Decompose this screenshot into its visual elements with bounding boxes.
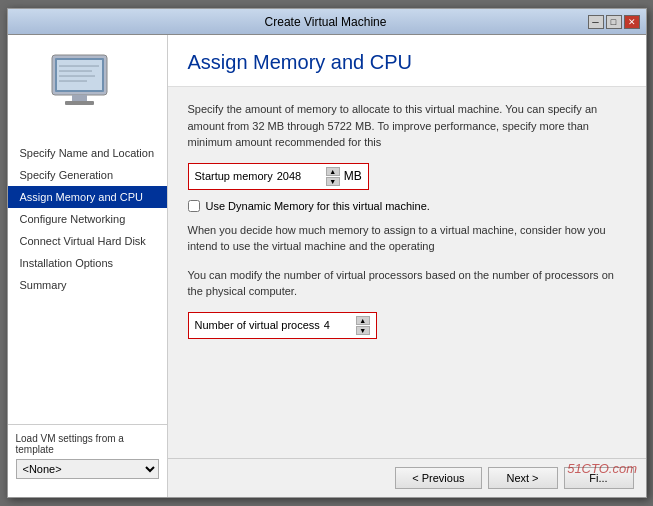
sidebar-item-summary[interactable]: Summary bbox=[8, 274, 167, 296]
window-title: Create Virtual Machine bbox=[64, 15, 588, 29]
svg-rect-3 bbox=[65, 101, 94, 105]
finish-button[interactable]: Fi... bbox=[564, 467, 634, 489]
memory-assign-description: When you decide how much memory to assig… bbox=[188, 222, 626, 255]
vproc-label: Number of virtual process bbox=[195, 319, 320, 331]
next-button[interactable]: Next > bbox=[488, 467, 558, 489]
memory-unit: MB bbox=[344, 169, 362, 183]
sidebar-item-assign-memory[interactable]: Assign Memory and CPU bbox=[8, 186, 167, 208]
dynamic-memory-label: Use Dynamic Memory for this virtual mach… bbox=[206, 200, 430, 212]
main-window: Create Virtual Machine ─ □ ✕ bbox=[7, 8, 647, 498]
memory-spin: ▲ ▼ bbox=[326, 167, 340, 186]
sidebar-icon-area bbox=[8, 45, 167, 142]
sidebar: Specify Name and Location Specify Genera… bbox=[8, 35, 168, 497]
startup-memory-row: Startup memory ▲ ▼ MB bbox=[188, 163, 369, 190]
dynamic-memory-checkbox[interactable] bbox=[188, 200, 200, 212]
template-select[interactable]: <None> bbox=[16, 459, 159, 479]
close-button[interactable]: ✕ bbox=[624, 15, 640, 29]
sidebar-item-connect-hard-disk[interactable]: Connect Virtual Hard Disk bbox=[8, 230, 167, 252]
load-template-label: Load VM settings from a template bbox=[16, 433, 159, 455]
vproc-spin-up[interactable]: ▲ bbox=[356, 316, 370, 325]
sidebar-item-configure-networking[interactable]: Configure Networking bbox=[8, 208, 167, 230]
vproc-spin: ▲ ▼ bbox=[356, 316, 370, 335]
vproc-input[interactable] bbox=[324, 319, 352, 331]
window-controls: ─ □ ✕ bbox=[588, 15, 640, 29]
main-body: Specify the amount of memory to allocate… bbox=[168, 87, 646, 458]
computer-icon bbox=[47, 53, 127, 123]
sidebar-item-installation-options[interactable]: Installation Options bbox=[8, 252, 167, 274]
sidebar-item-specify-generation[interactable]: Specify Generation bbox=[8, 164, 167, 186]
memory-description: Specify the amount of memory to allocate… bbox=[188, 101, 626, 151]
dynamic-memory-row: Use Dynamic Memory for this virtual mach… bbox=[188, 200, 626, 212]
footer: < Previous Next > Fi... bbox=[168, 458, 646, 497]
previous-button[interactable]: < Previous bbox=[395, 467, 481, 489]
memory-label: Startup memory bbox=[195, 170, 273, 182]
main-content: Assign Memory and CPU Specify the amount… bbox=[168, 35, 646, 497]
sidebar-item-specify-name[interactable]: Specify Name and Location bbox=[8, 142, 167, 164]
maximize-button[interactable]: □ bbox=[606, 15, 622, 29]
main-header: Assign Memory and CPU bbox=[168, 35, 646, 87]
memory-spin-up[interactable]: ▲ bbox=[326, 167, 340, 176]
vproc-row: Number of virtual process ▲ ▼ bbox=[188, 312, 377, 339]
minimize-button[interactable]: ─ bbox=[588, 15, 604, 29]
load-template-section: Load VM settings from a template <None> bbox=[8, 424, 167, 487]
vproc-description: You can modify the number of virtual pro… bbox=[188, 267, 626, 300]
vproc-spin-down[interactable]: ▼ bbox=[356, 326, 370, 335]
svg-rect-2 bbox=[72, 95, 87, 101]
title-bar: Create Virtual Machine ─ □ ✕ bbox=[8, 9, 646, 35]
memory-input[interactable] bbox=[277, 170, 322, 182]
page-title: Assign Memory and CPU bbox=[188, 51, 626, 74]
svg-rect-4 bbox=[57, 60, 102, 90]
memory-spin-down[interactable]: ▼ bbox=[326, 177, 340, 186]
window-body: Specify Name and Location Specify Genera… bbox=[8, 35, 646, 497]
